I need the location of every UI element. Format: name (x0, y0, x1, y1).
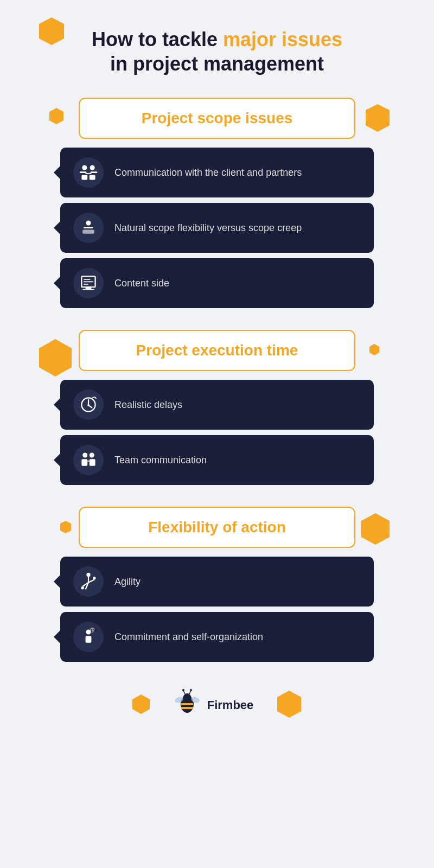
svg-rect-40 (86, 636, 92, 643)
item-communication-client: Communication with the client and partne… (60, 148, 374, 197)
svg-marker-31 (361, 513, 390, 545)
svg-marker-2 (366, 104, 390, 132)
svg-rect-17 (86, 287, 92, 289)
category-project-scope: Project scope issues (79, 98, 355, 139)
item-text-communication: Communication with the client and partne… (114, 167, 302, 178)
svg-rect-28 (90, 459, 95, 466)
item-agility: Agility (60, 557, 374, 607)
deco-hex-footer-right (276, 690, 302, 719)
svg-point-37 (93, 577, 95, 579)
item-icon-team (73, 445, 104, 475)
item-commitment: 100 Commitment and self-organization (60, 612, 374, 662)
title-text-1: How to tackle (92, 28, 223, 50)
category-title-flexibility: Flexibility of action (148, 519, 286, 535)
header-area: How to tackle major issues in project ma… (33, 16, 401, 81)
item-realistic-delays: Realistic delays (60, 380, 374, 430)
deco-hex-s3-left-small (60, 520, 72, 534)
svg-marker-20 (369, 344, 379, 355)
svg-text:100: 100 (91, 628, 97, 633)
svg-rect-5 (80, 171, 87, 173)
item-icon-agility (73, 566, 104, 597)
item-icon-delays (73, 390, 104, 420)
svg-rect-47 (181, 707, 193, 709)
deco-hex-s2-right-small (369, 343, 380, 356)
title-highlight: major issues (223, 28, 342, 50)
svg-rect-8 (90, 175, 95, 180)
item-icon-commitment: 100 (73, 622, 104, 652)
svg-rect-7 (81, 175, 87, 180)
svg-marker-0 (39, 17, 64, 45)
svg-point-45 (183, 693, 192, 704)
svg-marker-19 (39, 339, 72, 376)
section-execution-time: Project execution time Realistic delays (33, 330, 401, 490)
deco-hex-s1-right (365, 103, 391, 133)
svg-marker-54 (277, 691, 301, 718)
item-scope-flexibility: Natural scope flexibility versus scope c… (60, 203, 374, 253)
item-text-team: Team communication (114, 455, 207, 466)
deco-hex-s3-right-large (361, 512, 391, 546)
title-text-2: in project management (110, 53, 324, 75)
content-icon (79, 273, 98, 293)
main-title: How to tackle major issues in project ma… (75, 27, 359, 76)
svg-rect-10 (84, 227, 93, 228)
svg-point-32 (86, 573, 90, 577)
footer: Firmbee (132, 689, 303, 721)
section-project-scope: Project scope issues Communication with … (33, 98, 401, 314)
deco-hex-top-left (38, 16, 65, 46)
svg-rect-16 (84, 284, 88, 285)
svg-rect-18 (82, 289, 94, 290)
svg-point-53 (190, 689, 192, 691)
item-icon-content (73, 268, 104, 298)
brand-logo (174, 689, 201, 721)
svg-point-24 (87, 404, 90, 406)
item-text-delays: Realistic delays (114, 399, 182, 411)
svg-point-25 (82, 453, 87, 458)
deco-hex-footer-left (132, 693, 151, 715)
commitment-icon: 100 (79, 627, 98, 647)
svg-marker-43 (132, 694, 150, 714)
svg-rect-46 (181, 703, 193, 705)
svg-point-3 (82, 165, 87, 170)
item-text-commitment: Commitment and self-organization (114, 631, 263, 643)
agility-icon (79, 572, 98, 591)
deco-hex-s1-left-small (49, 107, 64, 125)
item-content-side: Content side (60, 258, 374, 308)
brand-name: Firmbee (207, 698, 254, 712)
svg-point-11 (86, 221, 91, 226)
section-flexibility: Flexibility of action Agility (33, 507, 401, 667)
communication-icon (79, 163, 98, 182)
svg-point-4 (90, 165, 95, 170)
svg-point-26 (90, 453, 94, 458)
delays-icon (79, 395, 98, 414)
svg-point-36 (81, 586, 84, 589)
category-title-scope: Project scope issues (142, 110, 293, 126)
svg-line-35 (88, 579, 94, 582)
svg-rect-15 (84, 281, 93, 282)
item-icon-communication (73, 157, 104, 188)
svg-point-52 (182, 689, 184, 691)
svg-rect-14 (84, 279, 91, 280)
item-text-scope: Natural scope flexibility versus scope c… (114, 222, 302, 234)
svg-rect-12 (82, 230, 94, 234)
scope-icon (79, 218, 98, 238)
category-flexibility: Flexibility of action (79, 507, 355, 548)
deco-hex-s2-left-large (38, 338, 73, 378)
svg-marker-1 (49, 108, 63, 124)
bee-logo-svg (174, 689, 201, 719)
team-icon (79, 450, 98, 470)
item-text-agility: Agility (114, 576, 141, 588)
svg-rect-27 (81, 459, 87, 466)
category-execution-time: Project execution time (79, 330, 355, 371)
svg-marker-30 (60, 521, 71, 533)
page-container: How to tackle major issues in project ma… (33, 16, 401, 721)
item-team-communication: Team communication (60, 435, 374, 485)
svg-rect-6 (91, 171, 98, 173)
category-title-execution: Project execution time (136, 342, 298, 359)
item-text-content: Content side (114, 278, 169, 289)
item-icon-scope (73, 213, 104, 243)
